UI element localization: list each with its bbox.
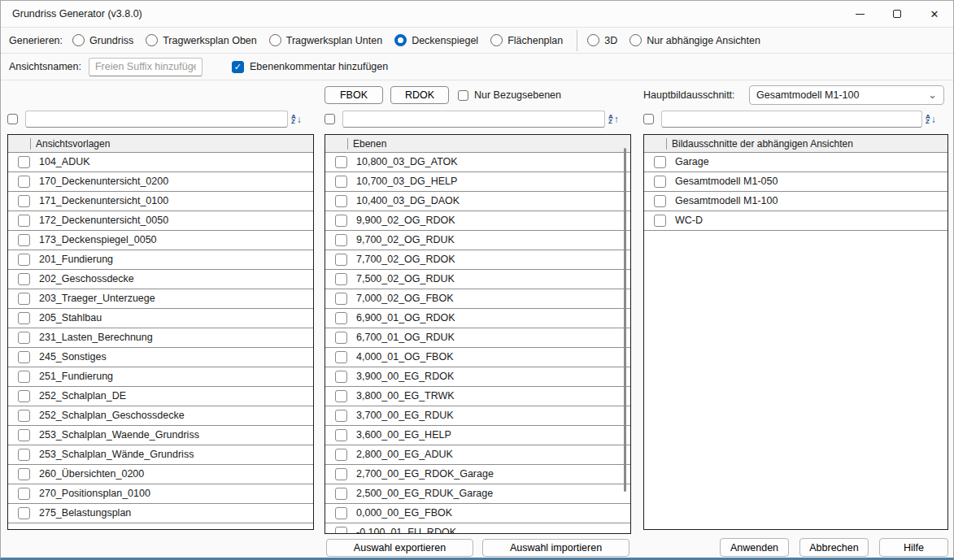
list-item[interactable]: 2,700_00_EG_RDOK_Garage	[325, 465, 630, 484]
list-item[interactable]: 0,000_00_EG_FBOK	[325, 504, 630, 523]
list-item[interactable]: 9,700_02_OG_RDUK	[325, 231, 630, 250]
cancel-button[interactable]: Abbrechen	[799, 538, 869, 557]
list-item[interactable]: 270_Positionsplan_0100	[8, 484, 313, 504]
list-item[interactable]: 10,700_03_DG_HELP	[325, 172, 630, 192]
export-selection-button[interactable]: Auswahl exportieren	[326, 539, 473, 557]
level-comment-option[interactable]: ✓ Ebenenkommentar hinzufügen	[232, 61, 388, 73]
list-item[interactable]: Gesamtmodell M1-050	[644, 172, 947, 192]
row-checkbox[interactable]	[654, 215, 666, 227]
templates-select-all-checkbox[interactable]: ✓	[7, 114, 18, 124]
row-checkbox[interactable]	[18, 390, 30, 402]
list-item[interactable]: 3,600_00_EG_HELP	[325, 426, 630, 445]
row-checkbox[interactable]	[335, 468, 347, 480]
list-item[interactable]: -0,100_01_FU_RDOK	[325, 523, 630, 534]
row-checkbox[interactable]	[18, 410, 30, 422]
row-checkbox[interactable]	[335, 176, 347, 188]
row-checkbox[interactable]	[654, 195, 666, 207]
radio-option[interactable]: Nur abhängige Ansichten	[629, 34, 760, 46]
sort-az-icon[interactable]: AZ ↓	[291, 111, 311, 128]
row-checkbox[interactable]	[18, 332, 30, 344]
row-checkbox[interactable]	[335, 273, 347, 285]
list-item[interactable]: 260_Übersichten_0200	[8, 465, 313, 484]
row-checkbox[interactable]	[335, 332, 347, 344]
radio-icon[interactable]	[587, 34, 599, 46]
row-checkbox[interactable]	[335, 293, 347, 305]
row-checkbox[interactable]	[18, 176, 30, 188]
list-item[interactable]: Garage	[644, 153, 947, 172]
list-item[interactable]: 252_Schalplan_Geschossdecke	[8, 406, 313, 426]
radio-option[interactable]: Grundriss	[72, 34, 133, 46]
row-checkbox[interactable]	[335, 371, 347, 383]
radio-option[interactable]: Flächenplan	[490, 34, 563, 46]
list-item[interactable]: 6,900_01_OG_RDOK	[325, 309, 630, 328]
row-checkbox[interactable]	[18, 156, 30, 168]
list-item[interactable]: 253_Schalplan_Wände_Grundriss	[8, 445, 313, 465]
crops-search-input[interactable]	[661, 111, 922, 128]
suffix-input[interactable]	[89, 58, 203, 76]
radio-icon[interactable]	[72, 34, 85, 46]
row-checkbox[interactable]	[335, 527, 347, 534]
list-item[interactable]: 171_Deckenuntersicht_0100	[8, 192, 313, 211]
row-checkbox[interactable]	[18, 254, 30, 266]
row-checkbox[interactable]	[654, 156, 666, 168]
row-checkbox[interactable]	[18, 234, 30, 246]
row-checkbox[interactable]	[335, 234, 347, 246]
row-checkbox[interactable]	[335, 429, 347, 441]
list-item[interactable]: 9,900_02_OG_RDOK	[325, 211, 630, 231]
list-item[interactable]: 173_Deckenspiegel_0050	[8, 231, 313, 250]
row-checkbox[interactable]	[18, 215, 30, 227]
row-checkbox[interactable]	[335, 449, 347, 461]
list-item[interactable]: 4,000_01_OG_FBOK	[325, 348, 630, 367]
radio-icon[interactable]	[394, 34, 407, 46]
list-item[interactable]: 10,400_03_DG_DAOK	[325, 192, 630, 211]
list-item[interactable]: 2,500_00_EG_RDUK_Garage	[325, 484, 630, 504]
radio-option[interactable]: Deckenspiegel	[394, 34, 478, 46]
row-checkbox[interactable]	[18, 507, 30, 519]
row-checkbox[interactable]	[335, 390, 347, 402]
list-item[interactable]: 7,700_02_OG_RDOK	[325, 250, 630, 270]
templates-search-input[interactable]	[25, 111, 288, 128]
fbok-button[interactable]: FBOK	[325, 86, 383, 104]
list-item[interactable]: 202_Geschossdecke	[8, 270, 313, 289]
row-checkbox[interactable]	[335, 410, 347, 422]
row-checkbox[interactable]	[335, 351, 347, 363]
row-checkbox[interactable]	[335, 195, 347, 207]
list-item[interactable]: 3,800_00_EG_TRWK	[325, 387, 630, 406]
row-checkbox[interactable]	[335, 507, 347, 519]
radio-option[interactable]: Tragwerksplan Oben	[146, 34, 257, 46]
main-view-dropdown[interactable]: Gesamtmodell M1-100 ⌄	[749, 85, 944, 105]
radio-icon[interactable]	[146, 34, 158, 46]
minimize-button[interactable]	[841, 1, 878, 27]
maximize-button[interactable]	[878, 1, 916, 27]
list-item[interactable]: 252_Schalplan_DE	[8, 387, 313, 406]
radio-option[interactable]: Tragwerksplan Unten	[269, 34, 382, 46]
row-checkbox[interactable]	[18, 195, 30, 207]
radio-icon[interactable]	[269, 34, 281, 46]
import-selection-button[interactable]: Auswahl importieren	[482, 539, 629, 557]
row-checkbox[interactable]	[18, 312, 30, 324]
row-checkbox[interactable]	[335, 156, 347, 168]
radio-option[interactable]: 3D	[587, 34, 617, 46]
radio-icon[interactable]	[490, 34, 503, 46]
scrollbar-thumb[interactable]	[624, 148, 626, 492]
row-checkbox[interactable]	[335, 215, 347, 227]
row-checkbox[interactable]	[18, 429, 30, 441]
only-reference-levels-checkbox[interactable]: ✓	[458, 90, 468, 101]
list-item[interactable]: 3,700_00_EG_RDUK	[325, 406, 630, 426]
only-reference-levels-option[interactable]: ✓ Nur Bezugsebenen	[458, 89, 561, 101]
list-item[interactable]: 7,000_02_OG_FBOK	[325, 289, 630, 309]
row-checkbox[interactable]	[18, 293, 30, 305]
row-checkbox[interactable]	[18, 468, 30, 480]
list-item[interactable]: 201_Fundierung	[8, 250, 313, 270]
sort-az-icon[interactable]: AZ ↑	[608, 111, 628, 128]
list-item[interactable]: Gesamtmodell M1-100	[644, 192, 947, 211]
row-checkbox[interactable]	[335, 254, 347, 266]
list-item[interactable]: 104_ADUK	[8, 153, 313, 172]
list-item[interactable]: 2,800_00_EG_ADUK	[325, 445, 630, 465]
rdok-button[interactable]: RDOK	[390, 86, 449, 104]
level-comment-checkbox[interactable]: ✓	[232, 61, 244, 73]
list-item[interactable]: 253_Schalplan_Waende_Grundriss	[8, 426, 313, 445]
apply-button[interactable]: Anwenden	[720, 538, 789, 557]
list-item[interactable]: 245_Sonstiges	[8, 348, 313, 367]
list-item[interactable]: 172_Deckenuntersicht_0050	[8, 211, 313, 231]
